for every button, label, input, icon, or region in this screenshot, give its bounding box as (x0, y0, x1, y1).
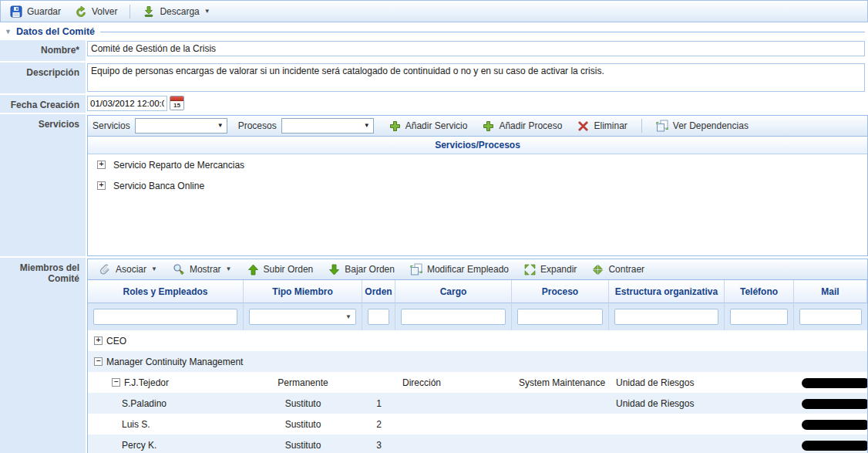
filter-tipo-select[interactable]: ▼ (249, 309, 356, 325)
section-divider (100, 32, 865, 32)
asociar-button[interactable]: Asociar ▼ (93, 262, 163, 277)
servicios-panel: Servicios ▼ Procesos ▼ Añadir Servicio A… (87, 115, 868, 256)
service-tree-row[interactable]: +Servicio Banca Online (88, 175, 867, 196)
download-label: Descarga (160, 6, 199, 17)
column-header[interactable]: Proceso (512, 280, 609, 303)
table-row[interactable]: Luis S.Sustituto2 (88, 414, 867, 434)
save-button[interactable]: Guardar (4, 4, 67, 19)
add-process-button[interactable]: Añadir Proceso (476, 119, 568, 134)
dependencies-icon (656, 120, 668, 132)
tree-expand-icon[interactable]: + (94, 336, 103, 345)
save-label: Guardar (27, 6, 61, 17)
contraer-button[interactable]: Contraer (586, 262, 651, 277)
mostrar-label: Mostrar (190, 264, 221, 275)
filter-proceso-input[interactable] (517, 309, 603, 325)
edit-employee-icon (410, 263, 422, 276)
servicios-label: Servicios (0, 114, 86, 256)
servicios-toolbar: Servicios ▼ Procesos ▼ Añadir Servicio A… (88, 116, 867, 137)
delete-button[interactable]: Eliminar (571, 119, 633, 134)
descripcion-row: Descripción Equipo de personas encargas … (0, 63, 868, 93)
plus-icon (389, 120, 401, 132)
column-header[interactable]: Mail (794, 280, 867, 303)
tree-expand-icon[interactable]: + (97, 161, 106, 169)
chevron-down-icon: ▼ (204, 8, 210, 15)
add-service-button[interactable]: Añadir Servicio (383, 119, 474, 134)
paperclip-icon (99, 263, 111, 276)
services-tree: +Servicio Reparto de Mercancias+Servicio… (88, 154, 867, 196)
member-tipo: Sustituto (244, 398, 362, 409)
modificar-empleado-label: Modificar Empleado (427, 264, 509, 275)
filter-roles-input[interactable] (93, 309, 237, 325)
calendar-button[interactable]: 15 (170, 96, 184, 110)
table-row[interactable]: −Manager Continuity Management Sy: (88, 351, 867, 372)
back-button[interactable]: Volver (69, 4, 123, 19)
column-header[interactable]: Teléfono (725, 280, 794, 303)
nombre-row: Nombre* (0, 40, 868, 61)
download-button[interactable]: Descarga ▼ (136, 4, 216, 19)
member-name: CEO (106, 336, 126, 347)
filter-cargo-input[interactable] (401, 309, 506, 325)
services-grid-header[interactable]: Servicios/Procesos (88, 137, 867, 154)
column-header[interactable]: Cargo (395, 280, 512, 303)
asociar-label: Asociar (116, 264, 146, 275)
expandir-label: Expandir (540, 264, 577, 275)
back-arrow-icon (75, 5, 87, 18)
section-header: ▼ Datos del Comité (0, 22, 868, 39)
mostrar-button[interactable]: Mostrar ▼ (167, 262, 238, 277)
expandir-button[interactable]: Expandir (518, 262, 583, 277)
fecha-input[interactable] (87, 96, 167, 111)
filter-telefono-input[interactable] (730, 309, 788, 325)
procesos-select[interactable]: ▼ (281, 118, 374, 134)
descripcion-textarea[interactable]: Equipo de personas encargas de valorar s… (87, 63, 865, 92)
descripcion-label: Descripción (0, 63, 86, 93)
member-mail (794, 377, 867, 387)
arrow-down-icon (328, 264, 340, 276)
member-mail (794, 418, 867, 429)
tree-collapse-icon[interactable]: − (94, 357, 103, 366)
member-name: S.Paladino (122, 398, 167, 409)
member-mail (794, 397, 867, 408)
member-name: Manager Continuity Management Sy: (106, 357, 244, 367)
member-name: Percy K. (122, 440, 156, 451)
chevron-down-icon: ▼ (151, 266, 157, 272)
toolbar-separator (130, 5, 130, 19)
servicios-select-label: Servicios (93, 120, 130, 131)
member-proceso: System Maintenance (512, 377, 609, 388)
member-mail (794, 439, 867, 450)
member-orden: 1 (362, 398, 395, 409)
redacted-mail-bar (802, 441, 867, 451)
column-header[interactable]: Estructura organizativa (609, 280, 725, 303)
redacted-mail-bar (802, 420, 867, 430)
magnifier-plus-icon (173, 263, 185, 276)
table-row[interactable]: −F.J.TejedorPermanenteDirecciónSystem Ma… (88, 372, 867, 393)
members-header-row: Roles y EmpleadosTipo MiembroOrdenCargoP… (88, 280, 867, 303)
service-tree-row[interactable]: +Servicio Reparto de Mercancias (88, 154, 867, 175)
subir-orden-button[interactable]: Subir Orden (241, 262, 320, 277)
nombre-input[interactable] (87, 41, 865, 56)
tree-expand-icon[interactable]: + (97, 181, 106, 190)
member-cargo: Dirección (395, 377, 512, 388)
service-name: Servicio Reparto de Mercancias (113, 160, 244, 171)
servicios-select[interactable]: ▼ (135, 118, 227, 134)
collapse-triangle-icon[interactable]: ▼ (5, 28, 12, 35)
calendar-day: 15 (170, 101, 183, 110)
filter-mail-input[interactable] (799, 309, 862, 325)
table-row[interactable]: S.PaladinoSustituto1Unidad de Riesgos (88, 393, 867, 414)
table-row[interactable]: Percy K.Sustituto3 (88, 434, 867, 453)
modificar-empleado-button[interactable]: Modificar Empleado (404, 262, 515, 277)
miembros-toolbar: Asociar ▼ Mostrar ▼ Subir Orden (88, 259, 867, 280)
subir-orden-label: Subir Orden (264, 264, 314, 275)
chevron-down-icon: ▼ (226, 266, 232, 272)
miembros-panel: Asociar ▼ Mostrar ▼ Subir Orden (87, 259, 868, 453)
member-tipo: Permanente (244, 377, 362, 388)
column-header[interactable]: Orden (362, 280, 395, 303)
column-header[interactable]: Roles y Empleados (88, 280, 244, 303)
bajar-orden-button[interactable]: Bajar Orden (322, 262, 401, 277)
tree-collapse-icon[interactable]: − (112, 378, 120, 387)
member-name: Luis S. (122, 419, 150, 430)
view-dependencies-button[interactable]: Ver Dependencias (650, 118, 755, 134)
filter-estructura-input[interactable] (614, 309, 718, 325)
table-row[interactable]: +CEO (88, 330, 867, 351)
filter-orden-input[interactable] (368, 309, 389, 325)
column-header[interactable]: Tipo Miembro (244, 280, 362, 303)
